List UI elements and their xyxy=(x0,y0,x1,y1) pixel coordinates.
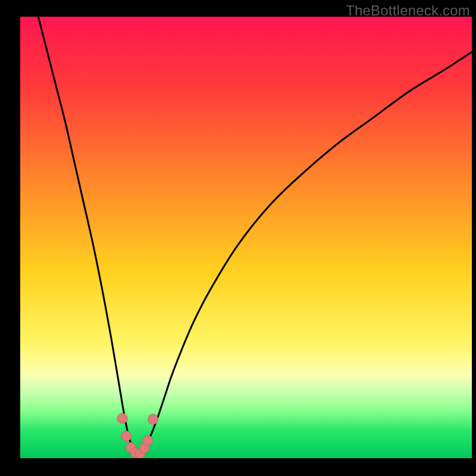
bottleneck-curve xyxy=(38,17,472,456)
min-marker xyxy=(143,436,153,446)
plot-area xyxy=(20,17,472,458)
watermark-text: TheBottleneck.com xyxy=(346,2,470,19)
min-marker xyxy=(117,414,127,424)
min-marker xyxy=(121,431,131,441)
curve-layer xyxy=(20,17,472,458)
min-marker xyxy=(148,414,158,424)
